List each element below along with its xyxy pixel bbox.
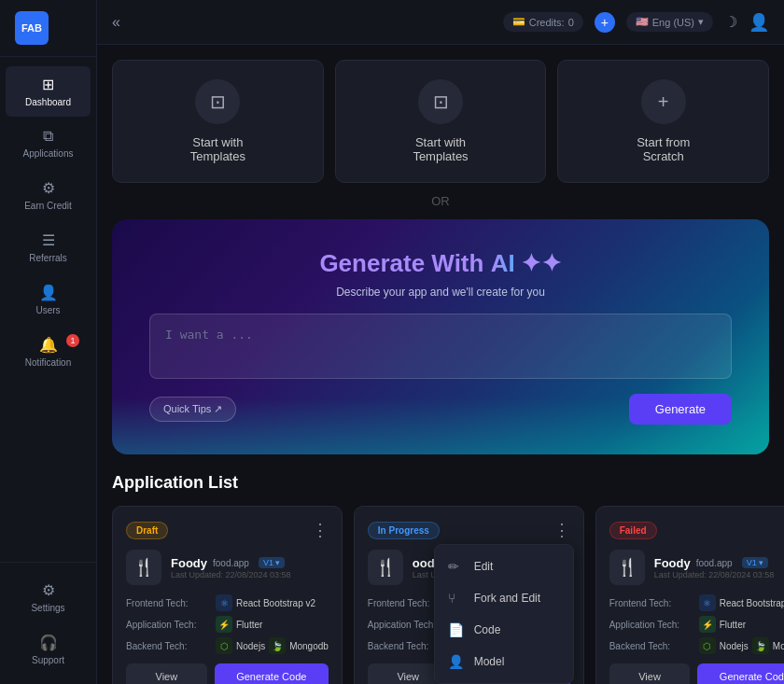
ai-subtitle: Describe your app and we'll create for y… xyxy=(149,286,732,299)
app-list-title: Application List xyxy=(112,473,769,493)
theme-toggle-button[interactable]: ☽ xyxy=(724,13,737,31)
frontend-tech-row-f: Frontend Tech: ⚛ React Bootstrap v2 xyxy=(609,594,784,611)
mongodb-name-f: Mongodb xyxy=(773,641,784,651)
app-tech-row-f: Application Tech: ⚡ Flutter xyxy=(609,616,784,633)
view-button-failed[interactable]: View xyxy=(609,663,691,684)
quick-tips-label: Quick Tips ↗ xyxy=(163,403,222,414)
backend-label: Backend Tech: xyxy=(126,641,210,651)
app-avatar-draft: 🍴 xyxy=(126,550,161,585)
sidebar-item-notification[interactable]: 🔔 Notification 1 xyxy=(6,327,91,377)
referrals-icon: ☰ xyxy=(42,231,55,249)
code-icon: 📄 xyxy=(448,622,465,637)
sidebar-item-earn-credit[interactable]: ⚙ Earn Credit xyxy=(6,170,91,220)
start-templates-label-2: Start withTemplates xyxy=(413,135,468,163)
sidebar-item-label: Support xyxy=(32,655,64,665)
app-tech-icons: ⚡ Flutter xyxy=(216,616,262,633)
app-card-draft: Draft ⋮ 🍴 Foody food.app V1 ▾ Last Updat… xyxy=(112,506,343,684)
frontend-label: Frontend Tech: xyxy=(126,598,210,608)
generate-label: Generate xyxy=(655,402,706,416)
sidebar-item-users[interactable]: 👤 Users xyxy=(6,274,91,325)
dropdown-code-item[interactable]: 📄 Code xyxy=(435,614,573,646)
app-url-failed: food.app xyxy=(696,558,733,568)
frontend-tech-row: Frontend Tech: ⚛ React Bootstrap v2 xyxy=(126,594,329,611)
notification-icon: 🔔 xyxy=(39,336,58,354)
edit-icon: ✏ xyxy=(448,559,465,574)
view-button-draft[interactable]: View xyxy=(126,663,207,684)
or-text: OR xyxy=(431,194,450,208)
app-card-inprogress: In Progress ⋮ 🍴 oody food.app V1 ▾ Last … xyxy=(354,506,584,684)
start-cards-row: ⊡ Start withTemplates ⊡ Start withTempla… xyxy=(112,60,769,183)
generate-code-button-failed[interactable]: Generate Code xyxy=(697,663,784,684)
quick-tips-button[interactable]: Quick Tips ↗ xyxy=(149,397,236,422)
app-updated-draft: Last Updated: 22/08/2024 03:58 xyxy=(171,570,291,579)
ai-description-input[interactable] xyxy=(149,314,732,379)
language-selector[interactable]: 🇺🇸 Eng (US) ▾ xyxy=(626,12,713,32)
dropdown-fork-label: Fork and Edit xyxy=(474,592,540,605)
earn-credit-icon: ⚙ xyxy=(42,179,55,197)
status-badge-failed: Failed xyxy=(609,522,657,539)
credits-icon: 💳 xyxy=(512,16,525,28)
sidebar-item-dashboard[interactable]: ⊞ Dashboard xyxy=(6,66,91,117)
dropdown-fork-item[interactable]: ⑂ Fork and Edit xyxy=(435,582,573,614)
backend-icons: ⬡ Nodejs 🍃 Mongodb xyxy=(216,637,329,654)
context-dropdown-menu: ✏ Edit ⑂ Fork and Edit 📄 Code 👤 Model xyxy=(434,544,574,684)
more-options-button-inprogress[interactable]: ⋮ xyxy=(553,520,570,540)
credits-display: 💳 Credits: 0 xyxy=(503,12,583,32)
sidebar-item-applications[interactable]: ⧉ Applications xyxy=(6,119,91,168)
sidebar-item-referrals[interactable]: ☰ Referrals xyxy=(6,222,91,272)
react-bootstrap-icon: ⚛ xyxy=(216,594,232,611)
sidebar-item-label: Dashboard xyxy=(25,97,71,107)
sidebar-item-label: Referrals xyxy=(29,253,67,263)
sidebar-item-label: Earn Credit xyxy=(24,201,72,211)
ai-title: Generate With AI ✦✦ xyxy=(149,249,732,278)
sidebar-item-label: Notification xyxy=(25,357,71,368)
credits-value: 0 xyxy=(568,17,574,28)
sidebar-item-label: Settings xyxy=(31,603,64,613)
start-templates-label-1: Start withTemplates xyxy=(190,135,245,163)
backend-tech-row-f: Backend Tech: ⬡ Nodejs 🍃 Mongodb xyxy=(609,637,784,654)
flutter-name: Flutter xyxy=(236,620,262,630)
mongodb-name: Mongodb xyxy=(289,641,329,651)
ai-title-pre: Generate With xyxy=(319,249,490,277)
generate-code-button-draft[interactable]: Generate Code xyxy=(215,663,329,684)
flutter-name-f: Flutter xyxy=(720,620,746,630)
scratch-icon: + xyxy=(641,79,686,124)
backend-label-f: Backend Tech: xyxy=(609,641,693,651)
app-details-draft: Foody food.app V1 ▾ Last Updated: 22/08/… xyxy=(171,556,291,579)
sidebar-item-settings[interactable]: ⚙ Settings xyxy=(6,572,91,622)
app-info-draft: 🍴 Foody food.app V1 ▾ Last Updated: 22/0… xyxy=(126,550,329,585)
mongodb-icon-f: 🍃 xyxy=(752,637,769,654)
sidebar-item-support[interactable]: 🎧 Support xyxy=(6,624,91,675)
user-profile-button[interactable]: 👤 xyxy=(749,12,769,33)
generate-button[interactable]: Generate xyxy=(629,394,732,425)
topbar-right: 💳 Credits: 0 + 🇺🇸 Eng (US) ▾ ☽ 👤 xyxy=(503,12,769,33)
ai-actions: Quick Tips ↗ Generate xyxy=(149,394,732,425)
collapse-sidebar-button[interactable]: « xyxy=(112,14,120,31)
app-tech-draft: Frontend Tech: ⚛ React Bootstrap v2 Appl… xyxy=(126,594,329,654)
app-avatar-inprogress: 🍴 xyxy=(368,550,403,585)
templates-icon-1: ⊡ xyxy=(195,79,240,124)
start-with-templates-card-2[interactable]: ⊡ Start withTemplates xyxy=(335,60,547,183)
users-icon: 👤 xyxy=(39,284,58,301)
app-card-footer-failed: View Generate Code xyxy=(609,663,784,684)
nodejs-name: Nodejs xyxy=(236,641,265,651)
status-badge-inprogress: In Progress xyxy=(368,522,440,539)
app-cards-row: Draft ⋮ 🍴 Foody food.app V1 ▾ Last Updat… xyxy=(112,506,769,684)
dropdown-model-item[interactable]: 👤 Model xyxy=(435,646,573,677)
app-card-failed: Failed ⋮ 🍴 Foody food.app V1 ▾ Last Upda… xyxy=(595,506,784,684)
app-info-failed: 🍴 Foody food.app V1 ▾ Last Updated: 22/0… xyxy=(609,550,784,585)
react-bootstrap-name-f: React Bootstrap v2 xyxy=(720,598,784,608)
start-from-scratch-card[interactable]: + Start fromScratch xyxy=(557,60,769,183)
backend-icons-f: ⬡ Nodejs 🍃 Mongodb xyxy=(699,637,784,654)
start-with-templates-card-1[interactable]: ⊡ Start withTemplates xyxy=(112,60,324,183)
nodejs-icon-f: ⬡ xyxy=(699,637,716,654)
dashboard-icon: ⊞ xyxy=(42,76,54,93)
dropdown-edit-label: Edit xyxy=(474,560,494,573)
sidebar-nav: ⊞ Dashboard ⧉ Applications ⚙ Earn Credit… xyxy=(0,57,96,562)
react-bootstrap-icon-f: ⚛ xyxy=(699,594,716,611)
flutter-icon-f: ⚡ xyxy=(699,616,716,633)
more-options-button-draft[interactable]: ⋮ xyxy=(312,520,329,540)
topbar: « 💳 Credits: 0 + 🇺🇸 Eng (US) ▾ ☽ 👤 xyxy=(97,0,784,45)
add-credits-button[interactable]: + xyxy=(595,12,615,33)
dropdown-edit-item[interactable]: ✏ Edit xyxy=(435,551,573,582)
